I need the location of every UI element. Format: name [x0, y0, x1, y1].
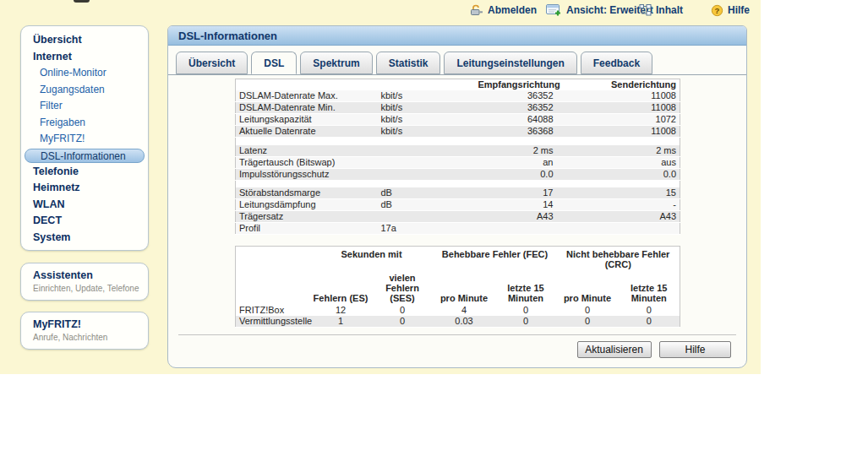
table-cell: Vermittlungsstelle: [236, 316, 310, 328]
tab-bersicht[interactable]: Übersicht: [176, 52, 248, 74]
table-cell: Impulsstörungsschutz: [236, 168, 378, 180]
sidebar-item-heimnetz[interactable]: Heimnetz: [21, 180, 148, 197]
logout-icon: [470, 4, 483, 16]
table-cell: kbit/s: [378, 90, 475, 102]
table-cell: kbit/s: [378, 102, 475, 114]
table-cell: 1: [310, 316, 372, 328]
table-cell: 11008: [557, 90, 680, 102]
sidebar-item-zugangsdaten[interactable]: Zugangsdaten: [21, 82, 148, 99]
assistenten-title: Assistenten: [33, 269, 148, 281]
button-row: Aktualisieren Hilfe: [168, 341, 746, 358]
tab-feedback[interactable]: Feedback: [581, 52, 652, 74]
table-cell: 0: [557, 305, 619, 316]
table-cell: 36352: [475, 90, 557, 102]
sidebar-item-myfritz[interactable]: MyFRITZ!: [21, 131, 148, 148]
sidebar-item-wlan[interactable]: WLAN: [21, 197, 148, 214]
table-cell: DSLAM-Datenrate Min.: [236, 102, 378, 114]
table-cell: [378, 211, 475, 223]
table-cell: 0: [495, 316, 557, 328]
help-icon: ?: [711, 4, 723, 17]
nav-link-label: Abmelden: [488, 4, 537, 16]
sidebar-item-online-monitor[interactable]: Online-Monitor: [21, 65, 148, 82]
content-area: EmpfangsrichtungSenderichtungDSLAM-Daten…: [168, 75, 746, 358]
table-cell: [378, 145, 475, 157]
table-cell: 64088: [475, 114, 557, 126]
myfritz-box[interactable]: MyFRITZ! Anrufe, Nachrichten: [20, 312, 149, 350]
hilfe-button[interactable]: Hilfe: [659, 341, 731, 358]
link-abmelden[interactable]: Abmelden: [470, 3, 537, 17]
top-navigation: AbmeldenAnsicht: ErweitertInhalt?Hilfe: [465, 3, 752, 19]
column-group-header: Nicht behebbare Fehler (CRC): [557, 247, 680, 272]
link-inhalt[interactable]: Inhalt: [639, 3, 683, 17]
tab-statistik[interactable]: Statistik: [376, 52, 441, 74]
table-cell: 0: [372, 305, 434, 316]
separator-line: [178, 334, 736, 335]
table-cell: [557, 223, 680, 235]
table-cell: [378, 168, 475, 180]
link-ansicht-erweitert[interactable]: Ansicht: Erweitert: [546, 3, 653, 17]
table-cell: Trägertausch (Bitswap): [236, 156, 378, 168]
table-cell: [236, 247, 310, 272]
sidebar-item-bersicht[interactable]: Übersicht: [21, 32, 148, 49]
table-cell: -: [557, 199, 680, 211]
assistenten-subtitle: Einrichten, Update, Telefone: [33, 284, 148, 293]
table-cell: kbit/s: [378, 114, 475, 126]
table-cell: [236, 271, 310, 305]
sidebar-item-dect[interactable]: DECT: [21, 213, 148, 230]
table-cell: 2 ms: [557, 145, 680, 157]
sidebar-item-system[interactable]: System: [21, 230, 148, 247]
table-row: DSLAM-Datenrate Min.kbit/s3635211008: [236, 102, 680, 114]
column-header: letzte 15 Minuten: [619, 271, 680, 305]
spacer-cell: [236, 138, 680, 145]
spacer-row: [236, 138, 680, 145]
aktualisieren-button[interactable]: Aktualisieren: [577, 341, 652, 358]
column-header: Empfangsrichtung: [475, 79, 557, 91]
tab-spektrum[interactable]: Spektrum: [300, 52, 372, 74]
table-cell: 0.0: [475, 168, 557, 180]
table-cell: 0.0: [557, 168, 680, 180]
page-title-bar: DSL-Informationen: [168, 26, 746, 46]
table-cell: [475, 223, 557, 235]
sidebar-item-freigaben[interactable]: Freigaben: [21, 115, 148, 132]
table-cell: 36352: [475, 102, 557, 114]
table-cell: A43: [475, 211, 557, 223]
sub-header-row: Fehlern (ES)vielen Fehlern (SES)pro Minu…: [236, 271, 680, 305]
column-header: Senderichtung: [557, 79, 680, 91]
myfritz-title: MyFRITZ!: [33, 318, 148, 330]
table-row: Profil17a: [236, 223, 680, 235]
tab-dsl[interactable]: DSL: [251, 52, 297, 74]
table-cell: FRITZ!Box: [236, 305, 310, 316]
column-group-header: Sekunden mit: [310, 247, 434, 272]
table-row: Impulsstörungsschutz0.00.0: [236, 168, 680, 180]
table-row: Latenz2 ms2 ms: [236, 145, 680, 157]
table-cell: 0: [372, 316, 434, 328]
tab-leitungseinstellungen[interactable]: Leitungseinstellungen: [444, 52, 576, 74]
table-cell: 0: [495, 305, 557, 316]
sidebar-item-telefonie[interactable]: Telefonie: [21, 164, 148, 181]
table-cell: 0: [619, 316, 680, 328]
sidebar-item-filter[interactable]: Filter: [21, 98, 148, 115]
table-cell: 0: [557, 316, 619, 328]
table-cell: 36368: [475, 126, 557, 138]
link-hilfe[interactable]: ?Hilfe: [711, 3, 750, 17]
table-row: Vermittlungsstelle100.03000: [236, 316, 680, 328]
table-cell: Latenz: [236, 145, 378, 157]
table-cell: 17a: [378, 223, 475, 235]
view-icon: [546, 4, 562, 16]
page-title: DSL-Informationen: [178, 30, 277, 42]
column-header: pro Minute: [434, 271, 495, 305]
table-row: DSLAM-Datenrate Max.kbit/s3635211008: [236, 90, 680, 102]
spacer-row: [236, 180, 680, 187]
column-header: [236, 79, 378, 91]
assistenten-box[interactable]: Assistenten Einrichten, Update, Telefone: [20, 263, 149, 301]
column-header: letzte 15 Minuten: [495, 271, 557, 305]
table-cell: Profil: [236, 223, 378, 235]
table-cell: Leitungsdämpfung: [236, 199, 378, 211]
table-cell: Leitungskapazität: [236, 114, 378, 126]
table-cell: 0.03: [434, 316, 495, 328]
sidebar-item-dsl-informationen[interactable]: DSL-Informationen: [25, 149, 145, 163]
sidebar-item-internet[interactable]: Internet: [21, 49, 148, 66]
table-cell: 12: [310, 305, 372, 316]
column-header: Fehlern (ES): [310, 271, 372, 305]
nav-link-label: Hilfe: [728, 4, 750, 16]
